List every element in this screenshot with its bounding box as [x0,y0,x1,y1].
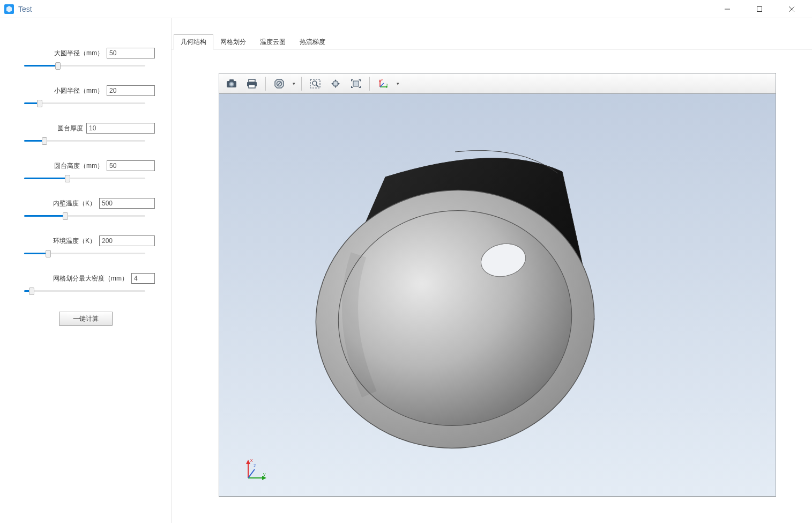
param-label: 小圆半径（mm） [54,86,103,95]
zoom-rect-icon[interactable] [306,76,324,92]
svg-rect-2 [757,6,762,11]
tabstrip: 几何结构 网格划分 温度云图 热流梯度 [172,35,812,49]
large-radius-input[interactable] [107,48,155,58]
param-small-radius: 小圆半径（mm） [0,85,171,108]
thickness-slider[interactable] [24,136,145,145]
param-label: 大圆半径（mm） [54,49,103,58]
env-temp-input[interactable] [99,235,155,246]
window-title: Test [18,5,32,13]
thickness-input[interactable] [86,123,155,134]
svg-line-33 [248,469,255,478]
small-radius-input[interactable] [107,85,155,96]
param-label: 圆台高度（mm） [54,161,103,171]
forbid-icon[interactable] [270,76,288,92]
svg-text:y: y [263,472,266,477]
param-thickness: 圆台厚度 [0,123,171,145]
large-radius-slider[interactable] [24,61,145,70]
maximize-button[interactable] [743,0,776,18]
param-height: 圆台高度（mm） [0,160,171,183]
sidebar: 大圆半径（mm） 小圆半径（mm） 圆台厚度 [0,18,172,523]
geometry-model [219,94,776,496]
print-icon[interactable] [243,76,261,92]
tab-geometry[interactable]: 几何结构 [174,34,213,49]
small-radius-slider[interactable] [24,98,145,108]
param-inner-temp: 内壁温度（K） [0,198,171,220]
svg-text:z: z [381,78,383,82]
inner-temp-slider[interactable] [24,211,145,220]
fit-icon[interactable] [347,76,365,92]
axes-dropdown[interactable]: ▾ [394,81,401,86]
app-icon [4,4,14,14]
param-large-radius: 大圆半径（mm） [0,48,171,70]
param-mesh-density: 网格划分最大密度（mm） [0,273,171,296]
axis-gizmo[interactable]: x y z [240,454,270,484]
main-area: 几何结构 网格划分 温度云图 热流梯度 ▾ [172,18,812,523]
svg-line-17 [316,85,318,87]
param-label: 圆台厚度 [57,124,83,133]
svg-point-16 [312,81,317,85]
3d-viewport[interactable]: ▾ zy ▾ [219,73,776,497]
env-temp-slider[interactable] [24,248,145,258]
viewport-toolbar: ▾ zy ▾ [219,73,776,94]
height-input[interactable] [107,160,155,171]
close-button[interactable] [776,0,808,18]
calculate-button[interactable]: 一键计算 [59,312,113,326]
param-label: 内壁温度（K） [53,199,96,208]
pan-icon[interactable] [326,76,345,92]
svg-point-8 [230,83,233,85]
mesh-density-input[interactable] [131,273,155,284]
svg-rect-6 [229,79,234,82]
axes-icon[interactable]: zy [374,76,392,92]
svg-line-22 [380,83,384,87]
param-label: 网格划分最大密度（mm） [53,274,128,283]
svg-text:y: y [386,83,388,86]
param-env-temp: 环境温度（K） [0,235,171,258]
height-slider[interactable] [24,173,145,183]
titlebar: Test [0,0,812,18]
svg-rect-19 [353,81,359,86]
camera-icon[interactable] [222,76,241,92]
tab-mesh[interactable]: 网格划分 [213,34,253,49]
forbid-dropdown[interactable]: ▾ [290,81,297,86]
svg-text:z: z [254,463,256,468]
mesh-density-slider[interactable] [24,286,145,296]
svg-text:x: x [250,458,253,463]
svg-rect-18 [333,82,338,86]
inner-temp-input[interactable] [99,198,155,209]
minimize-button[interactable] [711,0,743,18]
tab-heatflow[interactable]: 热流梯度 [293,34,332,49]
tab-temperature[interactable]: 温度云图 [253,34,293,49]
window-controls [711,0,808,18]
svg-rect-9 [249,79,255,82]
param-label: 环境温度（K） [53,237,96,246]
svg-rect-11 [249,85,255,88]
